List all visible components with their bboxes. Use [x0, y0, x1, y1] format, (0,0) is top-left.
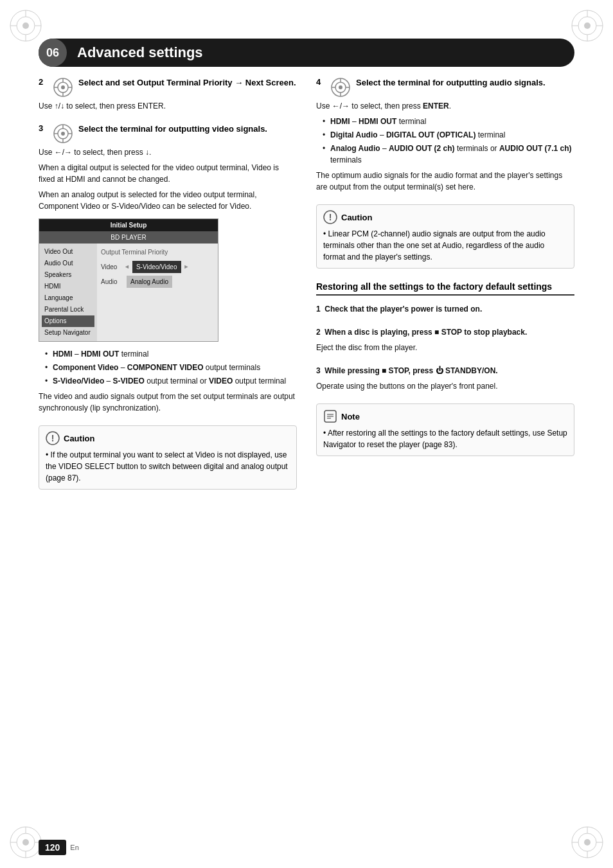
- page-footer: 120 En: [39, 840, 79, 855]
- menu-item-options: Options: [42, 315, 94, 327]
- menu-video-selected: S-Video/Video: [132, 261, 181, 273]
- menu-subtitle: BD PLAYER: [39, 231, 218, 244]
- menu-item-parental: Parental Lock: [42, 304, 94, 315]
- note-title: Note: [341, 412, 360, 421]
- step-4-bullets: HDMI – HDMI OUT terminal Digital Audio –…: [323, 116, 574, 166]
- step-4: 4 Select the terminal for outputting aud…: [316, 77, 574, 193]
- step-2-title: Select and set Output Terminal Priority …: [78, 77, 296, 89]
- menu-item-audioout: Audio Out: [42, 258, 94, 269]
- right-column: 4 Select the terminal for outputting aud…: [316, 77, 574, 817]
- menu-item-language: Language: [42, 292, 94, 304]
- menu-item-videoout: Video Out: [42, 246, 94, 258]
- caution-icon-left: !: [46, 431, 60, 445]
- step-3-number: 3: [39, 123, 48, 133]
- bullet-svideo: S-Video/Video – S-VIDEO output terminal …: [45, 375, 297, 387]
- header-bar: 06 Advanced settings: [39, 39, 574, 67]
- main-content: 2 Select and set Output Terminal Priorit…: [39, 77, 574, 817]
- restore-step-1: 1 Check that the player's power is turne…: [316, 303, 574, 315]
- caution-title-right: Caution: [341, 213, 372, 222]
- bullet-component: Component Video – COMPONENT VIDEO output…: [45, 362, 297, 373]
- corner-decoration-tr: [568, 6, 607, 45]
- caution-header-left: ! Caution: [46, 431, 290, 445]
- chapter-badge: 06: [39, 39, 67, 67]
- corner-decoration-br: [568, 823, 607, 862]
- menu-right-label: Output Terminal Priority: [101, 247, 214, 257]
- note-header: Note: [323, 409, 567, 423]
- step-2-instruction: Use ↑/↓ to select, then press ENTER.: [39, 100, 297, 112]
- bullet-digital-audio: Digital Audio – DIGITAL OUT (OPTICAL) te…: [323, 129, 574, 141]
- svg-point-46: [339, 85, 342, 89]
- menu-audio-selected: Analog Audio: [127, 276, 172, 288]
- step-4-para: The optimum audio signals for the audio …: [316, 170, 574, 193]
- bullet-hdmi-out: HDMI – HDMI OUT terminal: [323, 116, 574, 127]
- note-icon: [323, 409, 337, 423]
- restore-step-3: 3 While pressing ■ STOP, press ⏻ STANDBY…: [316, 365, 574, 392]
- svg-point-30: [61, 85, 65, 89]
- restore-step-2-title: 2 When a disc is playing, press ■ STOP t…: [316, 326, 574, 338]
- restore-section: Restoring all the settings to the factor…: [316, 281, 574, 456]
- menu-video-label: Video: [101, 262, 124, 272]
- restore-step-3-title: 3 While pressing ■ STOP, press ⏻ STANDBY…: [316, 365, 574, 376]
- menu-right-panel: Output Terminal Priority Video ◄ S-Video…: [97, 244, 218, 341]
- step-3-para3: The video and audio signals output from …: [39, 391, 297, 414]
- svg-point-9: [584, 22, 591, 29]
- caution-box-left: ! Caution • If the output terminal you w…: [39, 425, 297, 490]
- caution-icon-right: !: [323, 210, 337, 224]
- step-3-bullets: HDMI – HDMI OUT terminal Component Video…: [45, 348, 297, 387]
- bullet-analog-audio: Analog Audio – AUDIO OUT (2 ch) terminal…: [323, 143, 574, 166]
- step-3: 3 Select the terminal for outputting vid…: [39, 123, 297, 414]
- svg-point-37: [61, 132, 65, 136]
- left-column: 2 Select and set Output Terminal Priorit…: [39, 77, 297, 817]
- note-body: • After restoring all the settings to th…: [323, 427, 567, 450]
- menu-item-setup: Setup Navigator: [42, 327, 94, 339]
- step-3-para2: When an analog output is selected for th…: [39, 189, 297, 212]
- bullet-hdmi: HDMI – HDMI OUT terminal: [45, 348, 297, 360]
- caution-body-left: • If the output terminal you want to sel…: [46, 449, 290, 484]
- menu-item-hdmi: HDMI: [42, 281, 94, 292]
- page-number: 120: [39, 840, 66, 855]
- step-3-icon: [53, 123, 73, 144]
- restore-step-2: 2 When a disc is playing, press ■ STOP t…: [316, 326, 574, 353]
- svg-point-2: [22, 22, 29, 29]
- restore-step-1-title: 1 Check that the player's power is turne…: [316, 303, 574, 315]
- step-3-title: Select the terminal for outputting video…: [78, 123, 267, 135]
- menu-item-speakers: Speakers: [42, 269, 94, 281]
- corner-decoration-tl: [6, 6, 45, 45]
- step-4-title: Select the terminal for outputting audio…: [356, 77, 546, 89]
- step-3-instruction: Use ←/→ to select, then press ↓.: [39, 146, 297, 158]
- caution-title-left: Caution: [64, 434, 94, 443]
- menu-row-video: Video ◄ S-Video/Video ►: [101, 261, 214, 273]
- restore-step-3-body: Operate using the buttons on the player'…: [316, 380, 574, 392]
- svg-point-23: [584, 839, 591, 846]
- caution-body-right: • Linear PCM (2-channel) audio signals a…: [323, 228, 567, 263]
- note-box: Note • After restoring all the settings …: [316, 403, 574, 456]
- step-2-number: 2: [39, 77, 48, 87]
- caution-header-right: ! Caution: [323, 210, 567, 224]
- menu-title: Initial Setup: [39, 219, 218, 231]
- step-2: 2 Select and set Output Terminal Priorit…: [39, 77, 297, 112]
- caution-box-right: ! Caution • Linear PCM (2-channel) audio…: [316, 204, 574, 269]
- menu-left-panel: Video Out Audio Out Speakers HDMI Langua…: [39, 244, 97, 341]
- step-3-para1: When a digital output is selected for th…: [39, 162, 297, 185]
- step-2-icon: [53, 77, 73, 98]
- svg-text:!: !: [51, 433, 55, 443]
- step-4-number: 4: [316, 77, 325, 87]
- menu-audio-label: Audio: [101, 277, 124, 287]
- step-4-icon: [330, 77, 351, 98]
- page-title: Advanced settings: [77, 44, 203, 61]
- menu-screenshot: Initial Setup BD PLAYER Video Out Audio …: [39, 218, 218, 342]
- menu-row-audio: Audio Analog Audio: [101, 276, 214, 288]
- svg-point-16: [22, 839, 29, 846]
- restore-title: Restoring all the settings to the factor…: [316, 281, 574, 296]
- page-lang: En: [70, 844, 78, 851]
- step-4-instruction: Use ←/→ to select, then press ENTER.: [316, 100, 574, 112]
- menu-body: Video Out Audio Out Speakers HDMI Langua…: [39, 244, 218, 341]
- restore-step-2-body: Eject the disc from the player.: [316, 342, 574, 353]
- svg-text:!: !: [329, 212, 332, 222]
